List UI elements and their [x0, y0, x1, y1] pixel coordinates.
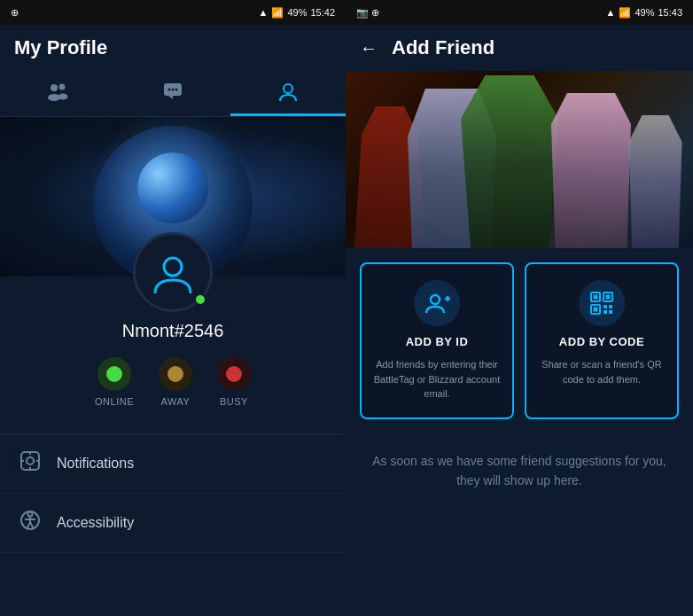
online-indicator — [194, 293, 206, 306]
character-3 — [461, 75, 558, 248]
svg-point-0 — [51, 84, 58, 91]
notifications-icon — [18, 450, 43, 477]
online-label: ONLINE — [95, 396, 134, 407]
busy-status-button[interactable]: BUSY — [217, 357, 251, 407]
add-by-id-title: ADD BY ID — [406, 335, 469, 348]
online-status-button[interactable]: ONLINE — [95, 357, 134, 407]
status-bar-right-info: ▲ 📶 49% 15:43 — [606, 7, 682, 19]
svg-point-10 — [164, 258, 182, 276]
friends-tab-icon — [46, 80, 69, 108]
avatar — [133, 232, 213, 312]
cast-icon: ⊕ — [11, 7, 19, 19]
tab-friends[interactable] — [0, 71, 115, 116]
right-panel: 📷 ⊕ ▲ 📶 49% 15:43 ← Add Friend — [346, 0, 693, 616]
svg-marker-8 — [168, 96, 173, 99]
add-by-code-card[interactable]: ADD BY CODE Share or scan a friend's QR … — [525, 262, 679, 419]
chat-tab-icon — [161, 80, 184, 108]
add-friend-options: ADD BY ID Add friends by entering their … — [346, 248, 693, 433]
status-bar-right: 📷 ⊕ ▲ 📶 49% 15:43 — [346, 0, 693, 25]
person-add-icon — [424, 290, 450, 316]
svg-rect-33 — [609, 305, 612, 308]
add-friend-header: ← Add Friend — [346, 25, 693, 71]
away-dot — [167, 366, 183, 382]
suggestions-message: As soon as we have some friend suggestio… — [346, 433, 693, 509]
tab-chat[interactable] — [115, 71, 230, 116]
battery-percent-right: 49% — [635, 7, 654, 18]
avatar-section: Nmont#2546 — [0, 232, 346, 341]
page-title: My Profile — [14, 36, 107, 59]
profile-tab-icon — [276, 80, 300, 108]
status-bar-right-info: ▲ 📶 49% 15:42 — [259, 7, 335, 19]
away-dot-bg — [159, 357, 192, 391]
status-bar-left: ⊕ ▲ 📶 49% 15:42 — [0, 0, 346, 25]
left-panel: ⊕ ▲ 📶 49% 15:42 My Profile — [0, 0, 346, 616]
svg-rect-29 — [606, 295, 611, 300]
svg-point-7 — [175, 88, 178, 90]
back-button[interactable]: ← — [360, 38, 378, 58]
hero-banner — [346, 71, 693, 248]
add-by-code-icon-wrap — [579, 280, 625, 326]
away-status-button[interactable]: AWAY — [159, 357, 192, 407]
busy-dot — [226, 366, 242, 382]
battery-percent-left: 49% — [287, 7, 307, 18]
add-by-code-desc: Share or scan a friend's QR code to add … — [537, 357, 666, 386]
svg-point-1 — [59, 83, 66, 90]
online-dot — [106, 366, 122, 382]
add-by-code-title: ADD BY CODE — [559, 335, 644, 348]
avatar-icon — [150, 249, 196, 295]
signal-icon: 📶 — [271, 7, 284, 19]
accessibility-label: Accessibility — [57, 515, 134, 531]
busy-label: BUSY — [220, 396, 248, 407]
accessibility-menu-item[interactable]: Accessibility — [0, 494, 346, 553]
status-bar-right-left-icons: 📷 ⊕ — [356, 7, 379, 19]
svg-point-23 — [431, 295, 440, 304]
tab-profile[interactable] — [230, 71, 346, 116]
signal-icon-right: 📶 — [619, 7, 631, 19]
wifi-icon: ▲ — [259, 7, 269, 18]
add-friend-title: Add Friend — [392, 36, 494, 59]
settings-menu: Notifications Accessibility — [0, 433, 346, 616]
svg-rect-32 — [603, 305, 607, 308]
tab-bar — [0, 71, 346, 117]
svg-point-9 — [284, 84, 292, 93]
notifications-menu-item[interactable]: Notifications — [0, 434, 346, 494]
username-display: Nmont#2546 — [122, 321, 224, 341]
page-title-bar: My Profile — [0, 25, 346, 71]
add-by-id-icon-wrap — [414, 280, 460, 326]
svg-rect-27 — [594, 295, 598, 300]
svg-rect-34 — [603, 310, 607, 314]
screenshot-icon: 📷 — [356, 7, 369, 18]
character-5 — [622, 115, 689, 248]
add-by-id-card[interactable]: ADD BY ID Add friends by entering their … — [360, 262, 514, 419]
time-right: 15:43 — [658, 7, 682, 18]
away-label: AWAY — [161, 396, 191, 407]
qr-code-icon — [588, 290, 615, 316]
svg-point-5 — [168, 88, 171, 90]
status-bar-left-icons: ⊕ — [11, 7, 19, 19]
svg-rect-35 — [609, 310, 612, 314]
busy-dot-bg — [217, 357, 251, 391]
wifi-icon-right: ▲ — [606, 7, 616, 18]
svg-point-17 — [28, 512, 33, 517]
svg-point-6 — [172, 88, 175, 90]
status-selector: ONLINE AWAY BUSY — [0, 357, 346, 407]
cast-icon-right: ⊕ — [371, 7, 379, 18]
time-left: 15:42 — [310, 7, 335, 18]
character-4 — [551, 93, 631, 248]
svg-point-12 — [27, 457, 34, 464]
online-dot-bg — [97, 357, 131, 391]
accessibility-icon — [18, 510, 43, 536]
svg-point-3 — [58, 93, 68, 99]
add-by-id-desc: Add friends by entering their BattleTag … — [372, 357, 502, 402]
notifications-label: Notifications — [57, 456, 134, 472]
svg-rect-31 — [594, 308, 598, 312]
